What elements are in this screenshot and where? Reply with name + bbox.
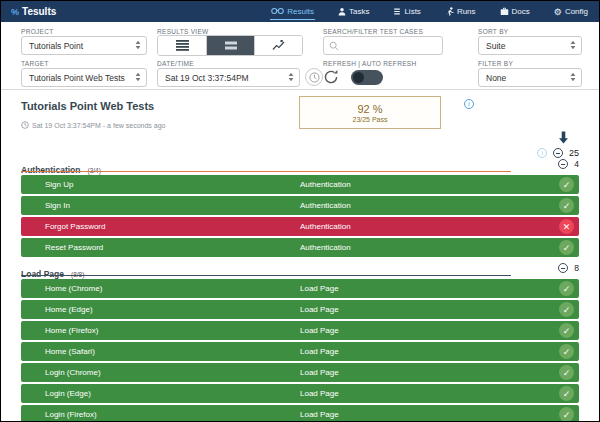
suite-section: Authentication(3/4) 4 Sign Up Authentica…	[21, 159, 579, 257]
suite-header: Load Page(8/8) 8	[21, 263, 579, 277]
target-value: Tutorials Point Web Tests	[29, 73, 125, 83]
search-icon	[329, 41, 339, 51]
test-name: Home (Safari)	[45, 347, 95, 356]
nav-lists[interactable]: Lists	[392, 4, 421, 19]
nav-config[interactable]: ⚙ Config	[553, 4, 589, 19]
target-select[interactable]: Tutorials Point Web Tests	[21, 68, 147, 87]
test-suite: Load Page	[300, 410, 339, 419]
time-picker-button[interactable]	[305, 68, 323, 86]
suite-header-controls: 8	[558, 263, 579, 273]
suite-name: Authentication	[21, 165, 81, 175]
summary-list-icon	[225, 41, 237, 50]
nav-label: Runs	[457, 7, 476, 16]
nav-tasks[interactable]: Tasks	[337, 4, 370, 19]
download-results-button[interactable]	[558, 130, 569, 148]
nav-label: Config	[565, 7, 588, 16]
status-icon: ✓	[559, 344, 574, 359]
sort-by-value: Suite	[486, 41, 505, 51]
nav-runs[interactable]: Runs	[444, 4, 477, 19]
suite-name: Load Page	[21, 269, 64, 279]
test-name: Login (Chrome)	[45, 368, 101, 377]
brand[interactable]: % Tesults	[11, 6, 56, 17]
sort-by-select[interactable]: Suite	[478, 36, 582, 55]
view-summary-button[interactable]	[206, 36, 254, 55]
test-row[interactable]: Login (Firefox) Load Page ✓	[21, 405, 579, 422]
search-label: SEARCH/FILTER TEST CASES	[323, 28, 423, 35]
totals-row: i 25	[537, 148, 579, 158]
datetime-value: Sat 19 Oct 3:37:54PM	[165, 73, 249, 83]
test-row[interactable]: Reset Password Authentication ✓	[21, 238, 579, 257]
test-name: Forgot Password	[45, 222, 105, 231]
test-row[interactable]: Login (Chrome) Load Page ✓	[21, 363, 579, 382]
sort-by-label: SORT BY	[478, 28, 508, 35]
project-select[interactable]: Tutorials Point	[21, 36, 147, 55]
status-icon: ✓	[559, 198, 574, 213]
runs-icon	[445, 7, 454, 16]
view-chart-button[interactable]	[254, 36, 302, 55]
page-title: Tutorials Point Web Tests	[21, 100, 154, 112]
test-suite: Authentication	[300, 243, 351, 252]
info-icon[interactable]: i	[464, 99, 474, 109]
test-suite: Authentication	[300, 201, 351, 210]
test-row[interactable]: Home (Chrome) Load Page ✓	[21, 279, 579, 298]
refresh-icon	[323, 69, 339, 85]
run-timestamp-text: Sat 19 Oct 3:37:54PM - a few seconds ago	[32, 122, 165, 129]
suite-header: Authentication(3/4) 4	[21, 159, 579, 173]
pass-ratio: 23/25 Pass	[352, 116, 387, 123]
search-box	[323, 36, 443, 55]
test-suite: Authentication	[300, 222, 351, 231]
config-icon: ⚙	[554, 8, 562, 16]
results-icon	[271, 7, 284, 15]
test-name: Home (Chrome)	[45, 284, 102, 293]
test-suite: Load Page	[300, 347, 339, 356]
clock-icon	[21, 121, 29, 129]
view-dense-list-button[interactable]	[158, 36, 206, 55]
project-label: PROJECT	[21, 28, 53, 35]
results-view-switch	[157, 35, 303, 56]
test-row[interactable]: Login (Edge) Load Page ✓	[21, 384, 579, 403]
pass-rate-box: 92 % 23/25 Pass	[299, 96, 441, 129]
suite-rows: Sign Up Authentication ✓ Sign In Authent…	[21, 175, 579, 257]
nav-results[interactable]: Results	[270, 4, 315, 20]
suite-underline	[21, 171, 511, 172]
nav-label: Tasks	[349, 7, 369, 16]
test-suite: Load Page	[300, 284, 339, 293]
test-row[interactable]: Home (Edge) Load Page ✓	[21, 300, 579, 319]
collapse-suite-icon[interactable]	[558, 159, 568, 169]
datetime-label: DATE/TIME	[157, 60, 194, 67]
suite-header-controls: 4	[558, 159, 579, 169]
test-name: Sign Up	[45, 180, 73, 189]
results-view-label: RESULTS VIEW	[157, 28, 209, 35]
docs-icon	[500, 7, 509, 16]
test-row[interactable]: Home (Firefox) Load Page ✓	[21, 321, 579, 340]
app-root: % Tesults Results Tasks	[0, 0, 600, 422]
status-icon: ✓	[559, 281, 574, 296]
nav-label: Lists	[404, 7, 420, 16]
datetime-select[interactable]: Sat 19 Oct 3:37:54PM	[157, 68, 300, 87]
refresh-label: REFRESH | AUTO REFRESH	[323, 60, 416, 67]
test-row[interactable]: Home (Safari) Load Page ✓	[21, 342, 579, 361]
test-row[interactable]: Forgot Password Authentication ✕	[21, 217, 579, 236]
tesults-logo-icon: %	[11, 7, 19, 17]
test-row[interactable]: Sign In Authentication ✓	[21, 196, 579, 215]
collapse-suite-icon[interactable]	[558, 263, 568, 273]
search-input[interactable]	[343, 41, 433, 50]
test-row[interactable]: Sign Up Authentication ✓	[21, 175, 579, 194]
nav-docs[interactable]: Docs	[499, 4, 531, 19]
test-name: Login (Firefox)	[45, 410, 97, 419]
nav-label: Docs	[512, 7, 530, 16]
select-arrows-icon	[570, 40, 576, 51]
test-suite: Load Page	[300, 389, 339, 398]
refresh-button[interactable]	[323, 69, 339, 89]
test-suite: Load Page	[300, 368, 339, 377]
dense-list-icon	[176, 40, 189, 51]
collapse-all-icon[interactable]	[553, 148, 563, 158]
test-suite: Authentication	[300, 180, 351, 189]
target-label: TARGET	[21, 60, 49, 67]
auto-refresh-toggle[interactable]	[351, 70, 383, 85]
select-arrows-icon	[135, 72, 141, 83]
suite-rows: Home (Chrome) Load Page ✓ Home (Edge) Lo…	[21, 279, 579, 422]
filter-by-select[interactable]: None	[478, 68, 582, 87]
status-icon: ✓	[559, 177, 574, 192]
info-icon[interactable]: i	[537, 148, 547, 158]
